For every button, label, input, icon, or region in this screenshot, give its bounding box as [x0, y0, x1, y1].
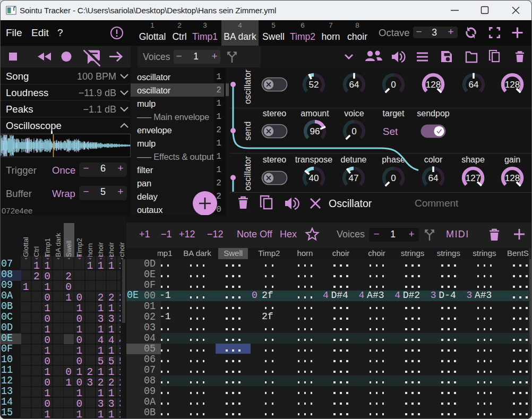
svg-text:64: 64 [469, 80, 479, 90]
svg-text:128: 128 [505, 173, 520, 183]
svg-text:127: 127 [466, 173, 480, 183]
svg-text:128: 128 [505, 80, 520, 90]
